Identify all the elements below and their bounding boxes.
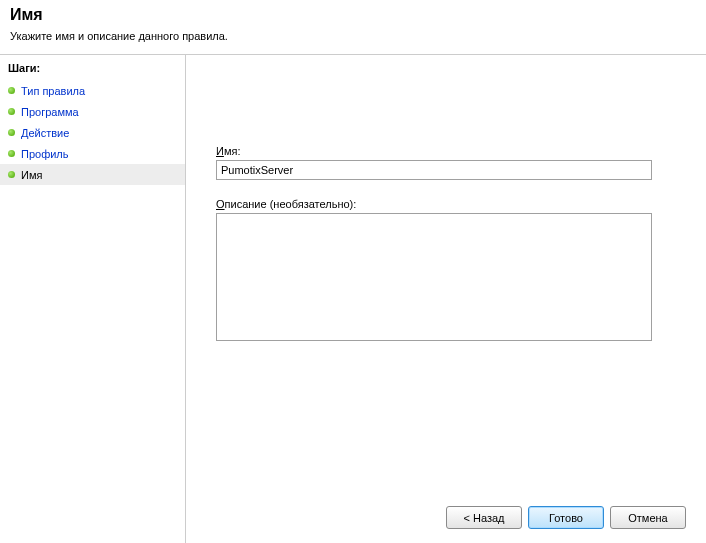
wizard-header: Имя Укажите имя и описание данного прави… — [0, 0, 706, 55]
step-rule-type[interactable]: Тип правила — [0, 80, 185, 101]
desc-label-post: писание (необязательно): — [225, 198, 357, 210]
bullet-icon — [8, 108, 15, 115]
step-label: Профиль — [21, 148, 69, 160]
name-field-group: Имя: — [216, 145, 676, 180]
bullet-icon — [8, 87, 15, 94]
step-label: Тип правила — [21, 85, 85, 97]
page-title: Имя — [10, 6, 696, 24]
wizard-buttons: < Назад Готово Отмена — [446, 506, 686, 529]
step-action[interactable]: Действие — [0, 122, 185, 143]
desc-label-accel: О — [216, 198, 225, 210]
finish-button[interactable]: Готово — [528, 506, 604, 529]
steps-sidebar: Шаги: Тип правила Программа Действие Про… — [0, 55, 186, 543]
step-label: Действие — [21, 127, 69, 139]
bullet-icon — [8, 129, 15, 136]
cancel-button[interactable]: Отмена — [610, 506, 686, 529]
step-label: Программа — [21, 106, 79, 118]
steps-header: Шаги: — [0, 59, 185, 80]
name-label: Имя: — [216, 145, 676, 157]
step-label: Имя — [21, 169, 42, 181]
bullet-icon — [8, 171, 15, 178]
name-label-accel: И — [216, 145, 224, 157]
description-input[interactable] — [216, 213, 652, 341]
bullet-icon — [8, 150, 15, 157]
name-input[interactable] — [216, 160, 652, 180]
description-field-group: Описание (необязательно): — [216, 198, 676, 343]
back-button[interactable]: < Назад — [446, 506, 522, 529]
name-label-post: мя: — [224, 145, 241, 157]
step-name[interactable]: Имя — [0, 164, 185, 185]
description-label: Описание (необязательно): — [216, 198, 676, 210]
step-program[interactable]: Программа — [0, 101, 185, 122]
page-subtitle: Укажите имя и описание данного правила. — [10, 30, 696, 42]
step-profile[interactable]: Профиль — [0, 143, 185, 164]
wizard-main: Имя: Описание (необязательно): < Назад Г… — [186, 55, 706, 543]
wizard-body: Шаги: Тип правила Программа Действие Про… — [0, 55, 706, 543]
